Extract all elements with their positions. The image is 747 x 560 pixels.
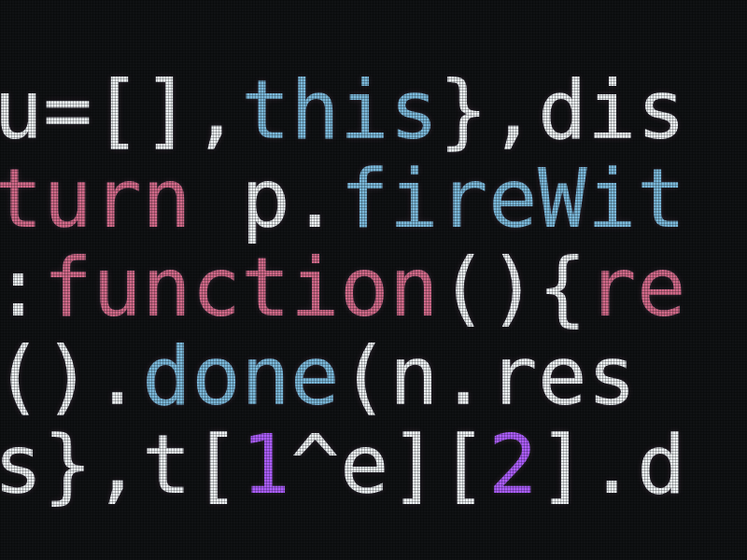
- tok-keyword: this: [241, 62, 439, 158]
- tok: (n.res: [340, 328, 637, 424]
- tok: p.: [191, 150, 340, 246]
- tok: (){: [439, 239, 587, 335]
- tok: e:: [0, 239, 43, 335]
- tok-keyword: eturn: [0, 150, 191, 246]
- tok-number: 1: [241, 416, 290, 512]
- tok: e().: [0, 328, 142, 424]
- tok: []: [92, 62, 191, 158]
- code-line: eturn p.fireWit: [0, 150, 686, 246]
- tok: },: [439, 62, 538, 158]
- code-line: e().done(n.res: [0, 328, 637, 424]
- code-line: =s},t[1^e][2].d: [0, 416, 686, 512]
- tok: ,: [191, 62, 241, 158]
- tok-method: done: [142, 328, 340, 424]
- tok: dis: [538, 62, 686, 158]
- code-line: u=[],this},dis: [0, 62, 686, 158]
- tok: ].d: [538, 416, 686, 512]
- tok: =s},t[: [0, 416, 241, 512]
- tok-number: 2: [488, 416, 538, 512]
- code-line: e:function(){re: [0, 239, 686, 335]
- tok-keyword: re: [587, 239, 686, 335]
- tok: ^e][: [290, 416, 488, 512]
- code-viewport: u=[],this},dis eturn p.fireWit e:functio…: [0, 65, 686, 509]
- tok-keyword: function: [43, 239, 439, 335]
- tok: u=: [0, 62, 92, 158]
- tok-method: fireWit: [340, 150, 686, 246]
